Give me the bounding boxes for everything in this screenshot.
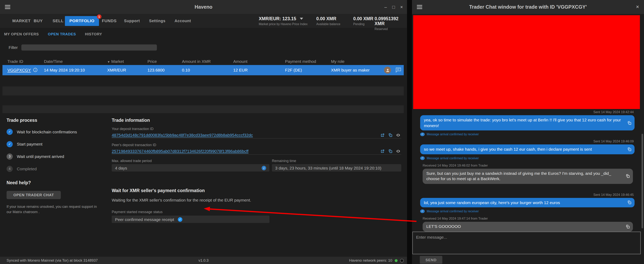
your-deposit-label: Your deposit transaction ID — [112, 127, 402, 131]
balance-pending-label: Pending — [353, 22, 373, 26]
copy-icon[interactable] — [626, 224, 630, 229]
peer-deposit-tx-link[interactable]: 257198493337674460fb895ab07d8312f7134626… — [112, 149, 380, 153]
empty-table-row — [2, 105, 404, 113]
app-version: v1.0.3 — [0, 257, 407, 264]
chat-message-sent: yea, ok so time to simulate the trade: y… — [420, 115, 634, 130]
ack-text: Message arrival confirmed by receiver — [427, 209, 479, 213]
ack-text: Message arrival confirmed by receiver — [427, 156, 479, 160]
nav-sell[interactable]: SELL — [52, 14, 64, 28]
info-icon[interactable]: i — [33, 68, 38, 72]
cell-datetime: 14 May 2024 19:20:10 — [44, 65, 85, 75]
payment-status-value: Peer confirmed message receipt — [115, 217, 174, 222]
max-period-value: 4 days i — [112, 164, 270, 172]
eye-icon[interactable] — [396, 149, 400, 153]
eye-icon[interactable] — [396, 133, 400, 137]
close-icon[interactable]: × — [636, 0, 639, 14]
tab-open-trades[interactable]: OPEN TRADES — [48, 32, 76, 36]
filter-label: Filter — [9, 45, 18, 50]
open-trader-chat-button[interactable]: OPEN TRADER CHAT — [7, 191, 61, 199]
remaining-time-label: Remaining time — [272, 159, 296, 163]
nav-support[interactable]: Support — [124, 14, 140, 28]
minimize-button[interactable]: – — [384, 5, 387, 10]
copy-icon[interactable] — [627, 121, 632, 125]
trade-id-link[interactable]: VGGPXCGY — [8, 68, 31, 72]
market-price-source: Market price by Haveno Price Index — [259, 22, 308, 26]
tor-icon[interactable] — [400, 258, 404, 262]
message-input[interactable] — [413, 232, 640, 254]
open-chat-icon[interactable] — [395, 67, 402, 74]
copy-icon[interactable] — [388, 133, 392, 137]
chat-window-title: Trader Chat window for trade with ID 'VG… — [412, 0, 644, 14]
market-price-selector[interactable]: XMR/EUR: 123.15 Market price by Haveno P… — [259, 16, 308, 26]
chat-message-received: LET'S GOOOOOO — [422, 222, 633, 231]
network-peers-text: Haveno network peers: 10 — [349, 258, 392, 262]
send-button[interactable]: SEND — [420, 256, 442, 264]
chat-titlebar: Trader Chat window for trade with ID 'VG… — [412, 0, 644, 14]
empty-table-row — [2, 86, 404, 95]
copy-icon[interactable] — [626, 174, 630, 178]
trade-information-panel: Trade information Your deposit transacti… — [112, 118, 402, 223]
message-timestamp: Sent 14 May 2024 19:42:44 — [412, 110, 641, 114]
peer-avatar[interactable] — [384, 67, 391, 74]
filter-input[interactable] — [22, 44, 157, 51]
menu-icon[interactable] — [5, 5, 10, 10]
copy-icon[interactable] — [388, 149, 392, 153]
step-check-icon: ✓ — [7, 129, 13, 135]
payment-confirmation-heading: Wait for XMR seller's payment confirmati… — [112, 188, 402, 193]
nav-account[interactable]: Account — [174, 14, 191, 28]
check-icon: ✓ — [420, 156, 425, 160]
message-text: LET'S GOOOOOO — [426, 224, 461, 229]
message-ack: ✓ Message arrival confirmed by receiver — [420, 156, 641, 160]
step-number-icon: 4 — [7, 166, 13, 172]
redacted-region — [413, 15, 640, 109]
main-statusbar: Synced with Monero Mainnet (via Tor) at … — [0, 257, 407, 264]
check-icon: ✓ — [420, 209, 425, 213]
balance-reserved: 0.09951392 XMR Reserved — [374, 16, 407, 31]
chat-message-list: Sent 14 May 2024 19:42:44 yea, ok so tim… — [412, 14, 641, 232]
nav-market[interactable]: MARKET — [12, 14, 30, 28]
portfolio-subtabs: MY OPEN OFFERS OPEN TRADES HISTORY — [4, 28, 102, 40]
nav-buy[interactable]: BUY — [34, 14, 43, 28]
nav-portfolio[interactable]: PORTFOLIO 1 — [65, 16, 99, 26]
max-period-label: Max. allowed trade period — [112, 159, 272, 163]
your-deposit-tx-link[interactable]: 48754d3d148c791dd0083fa15bb9ac48f7e38cd3… — [112, 133, 380, 137]
maximize-button[interactable]: □ — [392, 5, 395, 10]
column-header-datetime[interactable]: Date/Time — [44, 58, 63, 65]
column-header-amount-xmr[interactable]: Amount in XMR — [182, 58, 211, 65]
chat-message-received: Sure, but can you just buy me a sandwich… — [422, 169, 633, 184]
copy-icon[interactable] — [627, 147, 632, 152]
portfolio-badge: 1 — [97, 14, 102, 19]
step-blockchain-confirmations: ✓ Wait for blockchain confirmations — [7, 129, 108, 135]
copy-icon[interactable] — [627, 200, 632, 205]
external-link-icon[interactable] — [380, 133, 385, 137]
column-header-my-role[interactable]: My role — [331, 58, 344, 65]
nav-settings[interactable]: Settings — [149, 14, 166, 28]
chat-scrollbar[interactable] — [642, 134, 643, 228]
menu-icon[interactable] — [417, 5, 422, 10]
column-header-price[interactable]: Price — [148, 58, 157, 65]
table-row[interactable]: VGGPXCGYi 14 May 2024 19:20:10 XMR/EUR 1… — [2, 65, 404, 75]
balance-available: 0.00 XMR Available balance — [316, 16, 340, 26]
chat-message-sent: so we meet up, shake hands, i give you t… — [420, 144, 634, 154]
cell-payment-method: F2F (DE) — [285, 65, 302, 75]
peer-deposit-row: 257198493337674460fb895ab07d8312f7134626… — [112, 148, 402, 155]
trade-process-heading: Trade process — [7, 118, 108, 122]
message-ack: ✓ Message arrival confirmed by receiver — [420, 133, 641, 136]
balance-reserved-value: 0.09951392 XMR — [374, 16, 407, 26]
close-button[interactable]: × — [400, 5, 403, 10]
message-ack: ✓ Message arrival confirmed by receiver — [420, 209, 641, 213]
column-header-payment-method[interactable]: Payment method — [285, 58, 316, 65]
column-header-trade-id[interactable]: Trade ID — [8, 58, 23, 65]
column-header-market[interactable]: ▼Market — [107, 58, 124, 65]
external-link-icon[interactable] — [380, 149, 385, 153]
need-help-heading: Need help? — [7, 180, 108, 185]
filter-row: Filter — [9, 44, 157, 51]
chevron-down-icon — [300, 18, 303, 20]
column-header-market-label: Market — [111, 59, 124, 64]
info-icon[interactable]: i — [262, 166, 266, 170]
nav-funds[interactable]: FUNDS — [102, 14, 116, 28]
tab-history[interactable]: HISTORY — [85, 32, 102, 36]
market-price-value: XMR/EUR: 123.15 — [259, 16, 296, 21]
column-header-amount[interactable]: Amount — [233, 58, 248, 65]
tab-my-open-offers[interactable]: MY OPEN OFFERS — [4, 32, 39, 36]
